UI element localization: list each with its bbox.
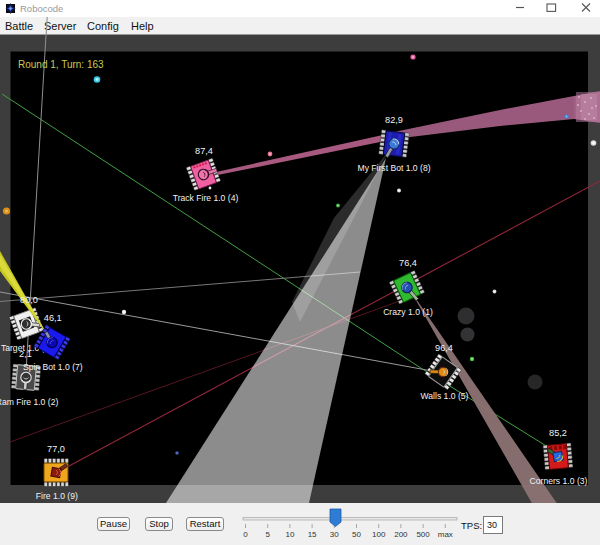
svg-text:96,4: 96,4 bbox=[435, 343, 453, 353]
svg-text:82,9: 82,9 bbox=[385, 115, 403, 125]
svg-text:Spin Bot 1.0 (7): Spin Bot 1.0 (7) bbox=[23, 362, 83, 372]
svg-text:85,2: 85,2 bbox=[549, 428, 567, 438]
svg-text:Fire 1.0 (9): Fire 1.0 (9) bbox=[36, 491, 78, 501]
svg-text:77,0: 77,0 bbox=[47, 444, 65, 454]
svg-text:Round 1, Turn: 163: Round 1, Turn: 163 bbox=[18, 59, 104, 70]
svg-text:Walls 1.0 (5): Walls 1.0 (5) bbox=[421, 391, 469, 401]
svg-text:Ram Fire 1.0 (2): Ram Fire 1.0 (2) bbox=[0, 397, 58, 407]
svg-text:76,4: 76,4 bbox=[399, 258, 417, 268]
svg-text:80,0: 80,0 bbox=[20, 295, 38, 305]
svg-text:87,4: 87,4 bbox=[195, 146, 213, 156]
svg-text:My First Bot 1.0 (8): My First Bot 1.0 (8) bbox=[357, 163, 430, 173]
svg-text:46,1: 46,1 bbox=[44, 313, 62, 323]
svg-text:Corners 1.0 (3): Corners 1.0 (3) bbox=[530, 476, 588, 486]
svg-text:Track Fire 1.0 (4): Track Fire 1.0 (4) bbox=[173, 193, 239, 203]
svg-text:Crazy 1.0 (1): Crazy 1.0 (1) bbox=[383, 307, 433, 317]
